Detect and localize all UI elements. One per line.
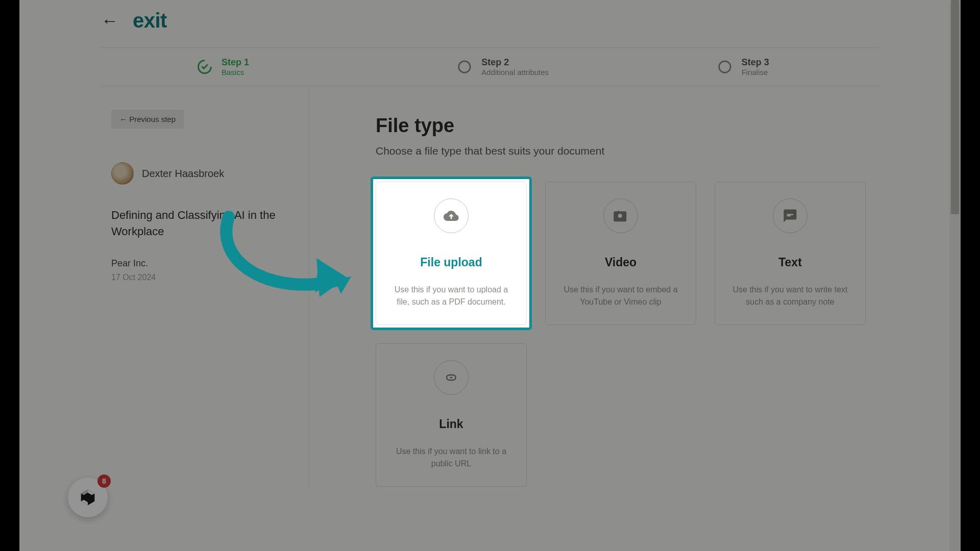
document-title: Defining and Classifying AI in the Workp… bbox=[111, 207, 287, 240]
step-labels: Step 3 Finalise bbox=[742, 57, 769, 77]
file-type-card-file-upload[interactable]: File upload Use this if you want to uplo… bbox=[376, 182, 527, 325]
step-3[interactable]: Step 3 Finalise bbox=[620, 57, 880, 77]
section-subheading: Choose a file type that best suits your … bbox=[376, 145, 880, 157]
author-row: Dexter Haasbroek bbox=[111, 162, 292, 185]
chat-icon bbox=[773, 198, 807, 233]
step-subtitle: Additional attributes bbox=[481, 68, 549, 77]
step-title: Step 3 bbox=[742, 57, 769, 68]
help-badge: 8 bbox=[97, 474, 111, 488]
file-type-grid: File upload Use this if you want to uplo… bbox=[376, 182, 880, 487]
section-heading: File type bbox=[376, 115, 880, 137]
svg-point-1 bbox=[719, 61, 730, 73]
header-row: ← exit bbox=[19, 0, 961, 47]
avatar bbox=[111, 162, 134, 185]
card-description: Use this if you want to link to a public… bbox=[388, 445, 514, 470]
step-title: Step 2 bbox=[481, 57, 549, 68]
cloud-upload-icon bbox=[434, 198, 469, 233]
step-done-icon bbox=[197, 59, 212, 74]
help-widget-button[interactable]: 8 bbox=[68, 478, 108, 517]
svg-point-0 bbox=[459, 61, 471, 73]
step-subtitle: Finalise bbox=[742, 68, 769, 77]
link-icon bbox=[434, 360, 469, 395]
card-description: Use this if you want to upload a file, s… bbox=[388, 284, 514, 308]
step-1[interactable]: Step 1 Basics bbox=[100, 57, 360, 77]
card-description: Use this if you want to write text such … bbox=[727, 284, 853, 308]
file-type-card-link[interactable]: Link Use this if you want to link to a p… bbox=[376, 343, 527, 487]
previous-step-button[interactable]: ← Previous step bbox=[111, 110, 184, 129]
step-labels: Step 1 Basics bbox=[222, 57, 249, 77]
author-name: Dexter Haasbroek bbox=[142, 168, 224, 180]
camera-icon bbox=[603, 198, 638, 233]
exit-link[interactable]: exit bbox=[133, 9, 167, 32]
card-description: Use this if you want to embed a YouTube … bbox=[558, 284, 683, 308]
step-subtitle: Basics bbox=[222, 68, 249, 77]
step-2[interactable]: Step 2 Additional attributes bbox=[360, 57, 620, 77]
sidebar: ← Previous step Dexter Haasbroek Definin… bbox=[100, 86, 309, 487]
step-labels: Step 2 Additional attributes bbox=[481, 57, 549, 77]
file-type-card-text[interactable]: Text Use this if you want to write text … bbox=[715, 182, 866, 325]
highlight-wrapper: File upload Use this if you want to uplo… bbox=[376, 182, 527, 325]
help-logo-icon bbox=[78, 488, 97, 507]
content-area: ← Previous step Dexter Haasbroek Definin… bbox=[19, 86, 961, 507]
company-name: Pear Inc. bbox=[111, 258, 287, 269]
card-title: Text bbox=[727, 256, 853, 269]
back-arrow-icon[interactable]: ← bbox=[101, 11, 118, 31]
file-type-card-video[interactable]: Video Use this if you want to embed a Yo… bbox=[545, 182, 696, 325]
scrollbar[interactable] bbox=[949, 0, 961, 551]
card-title: Link bbox=[388, 417, 514, 431]
step-pending-icon bbox=[717, 59, 732, 74]
card-title: File upload bbox=[388, 256, 514, 269]
step-pending-icon bbox=[457, 59, 472, 74]
card-title: Video bbox=[558, 256, 683, 269]
document-date: 17 Oct 2024 bbox=[111, 273, 287, 282]
stepper: Step 1 Basics Step 2 Additional attribut… bbox=[100, 47, 880, 86]
main-panel: File type Choose a file type that best s… bbox=[309, 86, 880, 487]
step-title: Step 1 bbox=[222, 57, 249, 68]
scrollbar-thumb[interactable] bbox=[951, 0, 959, 214]
app-viewport: ← exit Step 1 Basics Step 2 Additional a… bbox=[19, 0, 961, 551]
